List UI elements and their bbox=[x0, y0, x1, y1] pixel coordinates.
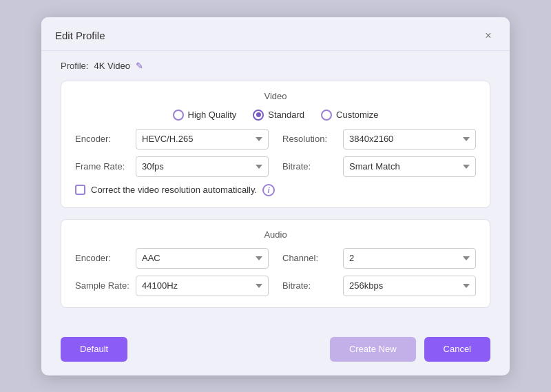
audio-bitrate-label: Bitrate: bbox=[282, 280, 337, 291]
audio-section: Audio Encoder: AAC MP3 FLAC Channel: 2 1 bbox=[61, 219, 490, 308]
video-section: Video High Quality Standard Customize bbox=[61, 81, 490, 208]
radio-circle-high-quality bbox=[173, 110, 184, 121]
auto-correct-checkbox[interactable] bbox=[75, 185, 85, 195]
sample-rate-select[interactable]: 44100Hz 48000Hz 22050Hz bbox=[136, 276, 269, 296]
bitrate-label: Bitrate: bbox=[282, 161, 337, 172]
profile-row: Profile: 4K Video ✎ bbox=[61, 61, 490, 71]
resolution-row: Resolution: 3840x2160 1920x1080 1280x720 bbox=[282, 129, 476, 149]
video-section-title: Video bbox=[75, 91, 476, 101]
frame-rate-row: Frame Rate: 30fps 24fps 60fps bbox=[75, 156, 269, 177]
default-button[interactable]: Default bbox=[61, 337, 127, 362]
audio-bitrate-row: Bitrate: 256kbps 128kbps 320kbps bbox=[282, 276, 476, 296]
dialog-content: Profile: 4K Video ✎ Video High Quality S… bbox=[41, 51, 510, 333]
channel-label: Channel: bbox=[282, 253, 337, 263]
dialog-title: Edit Profile bbox=[55, 30, 105, 41]
video-fields-grid: Encoder: HEVC/H.265 H.264 AV1 Resolution… bbox=[75, 129, 476, 177]
frame-rate-select[interactable]: 30fps 24fps 60fps bbox=[136, 156, 269, 177]
encoder-row: Encoder: HEVC/H.265 H.264 AV1 bbox=[75, 129, 269, 149]
video-quality-radio-group: High Quality Standard Customize bbox=[75, 110, 476, 121]
profile-name: 4K Video bbox=[94, 61, 130, 71]
edit-profile-dialog: Edit Profile × Profile: 4K Video ✎ Video… bbox=[41, 17, 510, 375]
radio-standard-label: Standard bbox=[268, 110, 304, 120]
bitrate-select[interactable]: Smart Match Custom bbox=[343, 156, 476, 177]
radio-high-quality-label: High Quality bbox=[188, 110, 237, 120]
edit-profile-icon[interactable]: ✎ bbox=[136, 61, 143, 71]
auto-correct-row: Correct the video resolution automatical… bbox=[75, 184, 476, 196]
footer-right-buttons: Create New Cancel bbox=[330, 337, 490, 362]
frame-rate-label: Frame Rate: bbox=[75, 161, 130, 172]
close-button[interactable]: × bbox=[481, 28, 496, 43]
audio-encoder-label: Encoder: bbox=[75, 253, 130, 263]
create-new-button[interactable]: Create New bbox=[330, 337, 416, 362]
radio-customize-label: Customize bbox=[336, 110, 378, 120]
radio-standard[interactable]: Standard bbox=[253, 110, 304, 121]
channel-row: Channel: 2 1 6 bbox=[282, 248, 476, 269]
audio-encoder-select[interactable]: AAC MP3 FLAC bbox=[136, 248, 269, 269]
info-icon[interactable]: i bbox=[262, 184, 275, 196]
encoder-select[interactable]: HEVC/H.265 H.264 AV1 bbox=[136, 129, 269, 149]
profile-label: Profile: bbox=[61, 61, 88, 71]
dialog-footer: Default Create New Cancel bbox=[41, 333, 510, 375]
radio-customize[interactable]: Customize bbox=[321, 110, 378, 121]
bitrate-row: Bitrate: Smart Match Custom bbox=[282, 156, 476, 177]
sample-rate-row: Sample Rate: 44100Hz 48000Hz 22050Hz bbox=[75, 276, 269, 296]
audio-bitrate-select[interactable]: 256kbps 128kbps 320kbps bbox=[343, 276, 476, 296]
sample-rate-label: Sample Rate: bbox=[75, 280, 130, 291]
radio-high-quality[interactable]: High Quality bbox=[173, 110, 237, 121]
audio-fields-grid: Encoder: AAC MP3 FLAC Channel: 2 1 6 bbox=[75, 248, 476, 296]
channel-select[interactable]: 2 1 6 bbox=[343, 248, 476, 269]
resolution-label: Resolution: bbox=[282, 134, 337, 144]
audio-section-title: Audio bbox=[75, 229, 476, 240]
resolution-select[interactable]: 3840x2160 1920x1080 1280x720 bbox=[343, 129, 476, 149]
encoder-label: Encoder: bbox=[75, 134, 130, 144]
radio-circle-customize bbox=[321, 110, 332, 121]
radio-circle-standard bbox=[253, 110, 264, 121]
cancel-button[interactable]: Cancel bbox=[424, 337, 490, 362]
titlebar: Edit Profile × bbox=[41, 17, 510, 51]
audio-encoder-row: Encoder: AAC MP3 FLAC bbox=[75, 248, 269, 269]
auto-correct-label: Correct the video resolution automatical… bbox=[91, 185, 257, 195]
